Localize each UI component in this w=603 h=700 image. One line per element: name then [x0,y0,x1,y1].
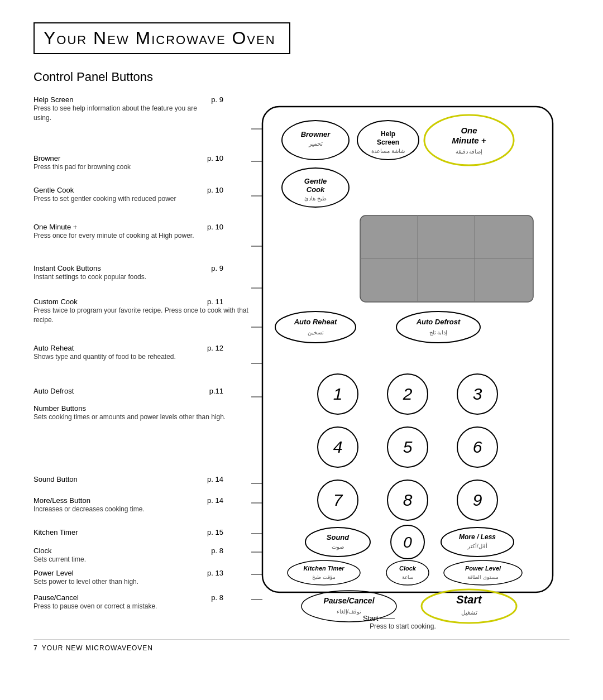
annotation-auto-reheat: Auto Reheat p. 12 Shows type and quantit… [34,344,223,362]
svg-point-44 [305,528,370,557]
svg-text:Browner: Browner [301,130,331,138]
svg-text:Help: Help [381,130,395,138]
svg-text:Clock: Clock [399,565,417,572]
label-name: Gentle Cook [34,186,74,194]
svg-point-58 [444,560,522,585]
annotation-custom-cook: Custom Cook p. 11 Press twice to program… [34,298,251,325]
svg-point-49 [441,528,514,557]
svg-text:1: 1 [333,385,343,403]
annotation-one-minute: One Minute + p. 10 Press once for every … [34,223,223,241]
svg-text:One: One [461,126,477,135]
annotation-instant-cook: Instant Cook Buttons p. 9 Instant settin… [34,264,223,282]
label-name: Kitchen Timer [34,528,78,536]
svg-text:توقف/إلغاء: توقف/إلغاء [337,608,362,615]
label-name: Power Level [34,569,74,577]
svg-text:إذابة ثلج: إذابة ثلج [429,329,448,336]
annotations-column: Help Screen p. 9 Press to see help infor… [34,95,251,598]
label-page: p. 9 [211,264,223,272]
svg-text:More / Less: More / Less [459,533,496,541]
svg-text:ساعة: ساعة [402,574,414,580]
label-page: p. 10 [207,154,223,162]
svg-text:8: 8 [403,491,413,509]
panel-svg: Browner تحمير Help Screen شاشة مساعدة On… [251,95,564,643]
svg-text:9: 9 [473,491,482,509]
label-name: Custom Cook [34,298,78,306]
svg-text:5: 5 [403,438,413,456]
label-page: p. 14 [207,496,223,505]
svg-text:مستوى الطاقة: مستوى الطاقة [467,574,499,581]
svg-text:Kitchen Timer: Kitchen Timer [303,565,344,572]
label-name: Help Screen [34,95,74,104]
label-page: p. 10 [207,223,223,231]
footer-page: 7 [34,644,37,652]
svg-text:Power Level: Power Level [465,565,501,572]
annotation-help-screen: Help Screen p. 9 Press to see help infor… [34,95,223,123]
svg-text:إضافة دقيقة: إضافة دقيقة [456,148,483,155]
svg-text:3: 3 [473,385,482,403]
svg-text:0: 0 [403,534,412,551]
label-name: Instant Cook Buttons [34,264,101,272]
label-desc: Instant settings to cook popular foods. [34,272,223,282]
label-name: Browner [34,154,60,162]
svg-text:6: 6 [473,438,482,456]
label-name: Clock [34,546,52,555]
label-desc: Press to set gentler cooking with reduce… [34,194,223,204]
label-name: Number Buttons [34,404,86,413]
label-name: One Minute + [34,223,77,231]
annotation-pause-cancel: Pause/Cancel p. 8 Press to pause oven or… [34,593,223,611]
label-page: p. 8 [211,593,223,602]
annotation-number-buttons: Number Buttons Sets cooking times or amo… [34,404,226,422]
title-box: Your New Microwave Oven [34,22,290,54]
label-name: Pause/Cancel [34,593,79,602]
svg-text:4: 4 [333,438,343,456]
svg-text:صوت: صوت [332,544,344,550]
svg-point-55 [386,560,429,585]
annotation-more-less: More/Less Button p. 14 Increases or decr… [34,496,223,514]
label-page: p. 9 [211,95,223,104]
label-page: p.11 [209,387,223,395]
section-heading: Control Panel Buttons [34,70,570,84]
footer-title: Your New MicrowaveOven [42,644,153,652]
annotation-browner: Browner p. 10 Press this pad for brownin… [34,154,223,172]
label-page: p. 11 [207,298,223,306]
annotation-kitchen-timer: Kitchen Timer p. 15 [34,528,223,536]
label-desc: Sets power to level other than high. [34,577,223,587]
svg-text:Auto Reheat: Auto Reheat [294,318,337,326]
label-page: p. 14 [207,475,223,483]
svg-text:تحمير: تحمير [308,140,323,147]
label-desc: Sets current time. [34,555,223,564]
label-name: Sound Button [34,475,78,483]
svg-text:2: 2 [403,385,413,403]
label-page: p. 12 [207,344,223,352]
svg-text:تسخين: تسخين [308,329,324,336]
svg-point-52 [288,560,360,585]
svg-text:Pause/Cancel: Pause/Cancel [323,596,375,605]
svg-text:تشغيل: تشغيل [461,609,477,616]
label-desc: Press to pause oven or correct a mistake… [34,602,223,611]
annotation-clock: Clock p. 8 Sets current time. [34,546,223,564]
svg-text:أقل/أكثر: أقل/أكثر [467,543,487,550]
svg-text:Screen: Screen [377,138,399,146]
label-desc: Increases or decreases cooking time. [34,505,223,514]
label-desc: Sets cooking times or amounts and power … [34,413,226,422]
label-page: p. 10 [207,186,223,194]
svg-text:Sound: Sound [327,533,350,541]
label-desc: Shows type and quantity of food to be re… [34,352,223,362]
svg-text:مؤقت طبخ: مؤقت طبخ [312,574,336,581]
svg-text:شاشة مساعدة: شاشة مساعدة [371,148,405,154]
svg-text:طبخ هادئ: طبخ هادئ [304,195,327,202]
label-name: More/Less Button [34,496,90,505]
svg-point-20 [275,311,356,343]
svg-text:7: 7 [333,491,343,509]
annotation-auto-defrost: Auto Defrost p.11 [34,387,223,395]
label-name: Auto Defrost [34,387,74,395]
page-title: Your New Microwave Oven [44,28,276,49]
annotation-power-level: Power Level p. 13 Sets power to level ot… [34,569,223,587]
label-desc: Press this pad for browning cook [34,162,223,172]
svg-text:Start: Start [456,593,482,606]
svg-text:Cook: Cook [307,185,325,194]
label-page: p. 15 [207,528,223,536]
svg-text:Minute +: Minute + [452,136,486,145]
main-content: Help Screen p. 9 Press to see help infor… [34,95,570,630]
label-desc: Press twice to program your favorite rec… [34,306,251,325]
